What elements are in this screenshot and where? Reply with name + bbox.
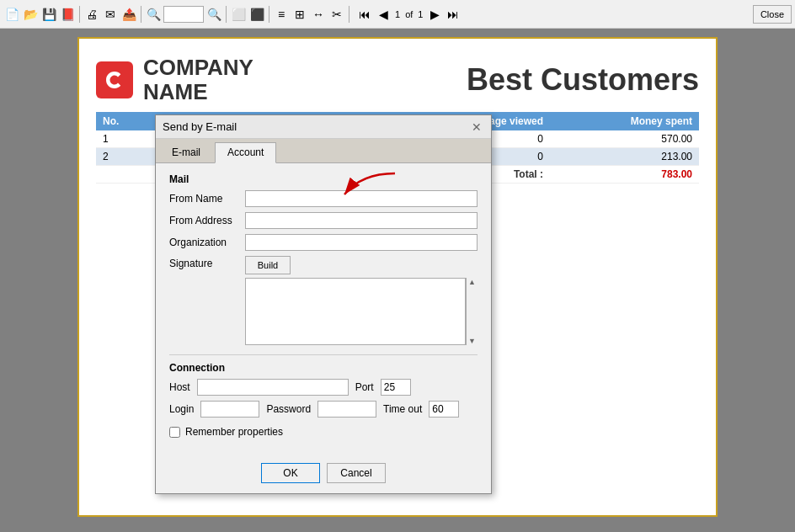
mail-section-label: Mail — [169, 173, 478, 185]
sep3 — [226, 6, 227, 23]
page-of: of — [405, 9, 413, 19]
page-nav: ⏮ ◀ 1 of 1 ▶ ⏭ — [356, 6, 462, 23]
signature-label: Signature — [169, 256, 245, 269]
last-page-icon[interactable]: ⏭ — [445, 6, 462, 23]
save-icon[interactable]: 💾 — [40, 6, 57, 23]
organization-row: Organization — [169, 234, 478, 251]
from-name-row: From Name — [169, 190, 478, 207]
connection-label: Connection — [169, 362, 478, 374]
dialog-footer: OK Cancel — [156, 456, 491, 493]
from-address-row: From Address — [169, 212, 478, 229]
from-address-label: From Address — [169, 215, 245, 226]
dialog-body: Mail From Name From Address Organization — [156, 163, 491, 456]
remember-checkbox[interactable] — [169, 427, 180, 438]
dialog-overlay: Send by E-mail ✕ E-mail — [79, 39, 716, 515]
send-email-dialog: Send by E-mail ✕ E-mail — [155, 114, 492, 494]
from-name-label: From Name — [169, 193, 245, 205]
build-button[interactable]: Build — [245, 256, 291, 274]
organization-input[interactable] — [245, 234, 478, 251]
signature-textarea-wrapper: ▲ ▼ — [245, 278, 478, 348]
dialog-titlebar: Send by E-mail ✕ — [156, 115, 491, 139]
signature-textarea[interactable] — [245, 278, 466, 345]
open-icon[interactable]: 📂 — [22, 6, 39, 23]
new-icon[interactable]: 📄 — [3, 6, 20, 23]
pdf-icon[interactable]: 📕 — [59, 6, 76, 23]
login-row: Login Password Time out 60 — [169, 401, 478, 418]
host-input[interactable] — [197, 379, 349, 396]
zoom-input[interactable]: 100% — [163, 6, 204, 23]
login-label: Login — [169, 403, 194, 415]
signature-right: Build ▲ ▼ — [245, 256, 478, 348]
port-input[interactable]: 25 — [381, 379, 411, 396]
from-address-input[interactable] — [245, 212, 478, 229]
timeout-label: Time out — [383, 403, 422, 415]
fit-icon[interactable]: ⊞ — [291, 6, 308, 23]
sep1 — [79, 6, 80, 23]
remember-row: Remember properties — [169, 426, 478, 438]
cancel-button[interactable]: Cancel — [327, 463, 386, 483]
width-icon[interactable]: ↔ — [310, 6, 327, 23]
ok-button[interactable]: OK — [261, 463, 320, 483]
close-button[interactable]: Close — [753, 5, 792, 24]
dialog-tabs: E-mail Account — [156, 139, 491, 163]
signature-area: Signature Build ▲ ▼ — [169, 256, 478, 348]
first-page-icon[interactable]: ⏮ — [356, 6, 373, 23]
zoom-out-icon[interactable]: 🔍 — [145, 6, 162, 23]
port-label: Port — [355, 381, 374, 393]
login-input[interactable] — [200, 401, 259, 418]
prev-page-icon[interactable]: ◀ — [375, 6, 392, 23]
dialog-title: Send by E-mail — [163, 120, 237, 133]
dialog-close-button[interactable]: ✕ — [469, 120, 484, 135]
continuous-icon[interactable]: ≡ — [273, 6, 290, 23]
password-input[interactable] — [317, 401, 376, 418]
section-divider — [169, 354, 478, 355]
two-page-icon[interactable]: ⬛ — [248, 6, 265, 23]
remember-label: Remember properties — [185, 426, 283, 438]
from-name-input[interactable] — [245, 190, 478, 207]
tab-account[interactable]: Account — [215, 142, 276, 163]
print-icon[interactable]: 🖨 — [83, 6, 100, 23]
host-row: Host Port 25 — [169, 379, 478, 396]
content-area: COMPANY NAME Best Customers No. Visits P… — [0, 29, 795, 532]
tab-email[interactable]: E-mail — [159, 142, 213, 162]
scrollbar-track[interactable]: ▲ ▼ — [466, 278, 478, 345]
timeout-input[interactable]: 60 — [429, 401, 459, 418]
page-total: 1 — [418, 9, 423, 19]
password-label: Password — [266, 403, 311, 415]
crop-icon[interactable]: ✂ — [328, 6, 345, 23]
email-icon[interactable]: ✉ — [102, 6, 119, 23]
sep2 — [141, 6, 141, 23]
page-current: 1 — [395, 9, 400, 19]
host-label: Host — [169, 381, 190, 393]
organization-label: Organization — [169, 237, 245, 248]
document-page: COMPANY NAME Best Customers No. Visits P… — [77, 37, 718, 517]
toolbar: 📄 📂 💾 📕 🖨 ✉ 📤 🔍 100% 🔍 ⬜ ⬛ ≡ ⊞ ↔ ✂ ⏮ ◀ 1… — [0, 0, 795, 29]
sep5 — [349, 6, 349, 23]
sep4 — [269, 6, 269, 23]
export-icon[interactable]: 📤 — [120, 6, 137, 23]
zoom-in-icon[interactable]: 🔍 — [205, 6, 222, 23]
single-page-icon[interactable]: ⬜ — [230, 6, 247, 23]
next-page-icon[interactable]: ▶ — [426, 6, 443, 23]
